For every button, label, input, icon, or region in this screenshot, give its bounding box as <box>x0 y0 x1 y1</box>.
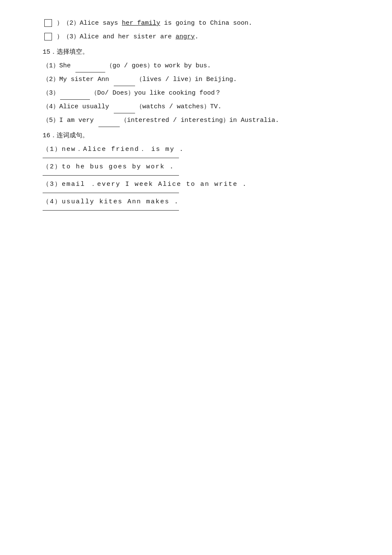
main-content: ）（2）Alice says her family is going to Ch… <box>43 17 358 211</box>
item-2: ）（2）Alice says her family is going to Ch… <box>43 17 358 30</box>
answer-line-16-4 <box>43 210 179 211</box>
q16-4-words: （4）usually kites Ann makes . <box>43 196 358 208</box>
item-3: ）（3）Alice and her sister are angry. <box>43 31 358 43</box>
q15-3: （3）（Do/ Does）you like cooking food？ <box>43 87 358 100</box>
answer-line-16-2 <box>43 175 179 176</box>
blank-15-3[interactable] <box>60 99 90 100</box>
q16-3-words: （3）email ．every I week Alice to an write… <box>43 178 358 191</box>
underline-her-family: her family <box>122 20 160 27</box>
q15-1: （1）She （go / goes）to work by bus. <box>43 60 358 72</box>
section-16-header: 16．连词成句。 <box>43 130 358 142</box>
q15-5: （5）I am very （interestred / interesting）… <box>43 114 358 127</box>
blank-15-2[interactable] <box>114 86 135 86</box>
q15-4: （4）Alice usually （watchs / watches）TV. <box>43 101 358 113</box>
checkbox-2[interactable] <box>44 19 52 27</box>
underline-angry: angry <box>176 33 195 40</box>
blank-15-5[interactable] <box>98 127 120 127</box>
section-15-header: 15．选择填空。 <box>43 46 358 59</box>
q16-2-words: （2）to he bus goes by work . <box>43 161 358 173</box>
checkbox-3[interactable] <box>44 33 52 40</box>
answer-line-16-3 <box>43 193 179 193</box>
q15-2: （2）My sister Ann （lives / live）in Beijin… <box>43 73 358 86</box>
q16-1-words: （1）new．Alice friend． is my . <box>43 143 358 156</box>
blank-15-1[interactable] <box>75 72 105 72</box>
answer-line-16-1 <box>43 158 179 158</box>
blank-15-4[interactable] <box>114 113 135 113</box>
